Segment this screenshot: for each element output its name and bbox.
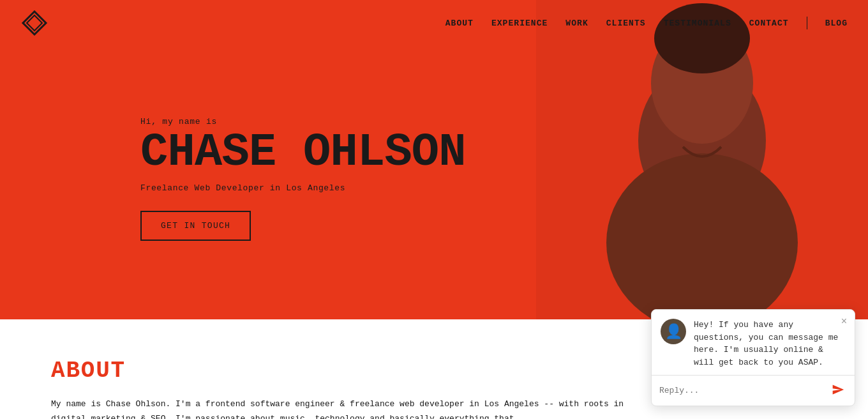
about-text: My name is Chase Ohlson. I'm a frontend … bbox=[51, 397, 625, 419]
chat-send-button[interactable] bbox=[829, 381, 847, 400]
send-icon bbox=[832, 383, 844, 396]
hero-subtitle: Freelance Web Developer in Los Angeles bbox=[140, 183, 466, 193]
nav-item-testimonials[interactable]: TESTIMONIALS bbox=[664, 17, 731, 29]
chat-header: Hey! If you have any questions, you can … bbox=[652, 310, 855, 375]
nav-link-work[interactable]: WORK bbox=[565, 19, 588, 28]
chat-reply-input[interactable] bbox=[659, 386, 829, 395]
chat-widget: Hey! If you have any questions, you can … bbox=[651, 309, 855, 406]
chat-avatar bbox=[661, 319, 686, 344]
chat-message: Hey! If you have any questions, you can … bbox=[694, 319, 846, 369]
hero-section: Hi, my name is CHASE OHLSON Freelance We… bbox=[0, 0, 868, 319]
chat-close-button[interactable]: × bbox=[841, 316, 847, 326]
nav-links: ABOUT EXPERIENCE WORK CLIENTS TESTIMONIA… bbox=[445, 17, 848, 29]
hero-name: CHASE OHLSON bbox=[140, 129, 466, 178]
nav-link-clients[interactable]: CLIENTS bbox=[606, 19, 646, 28]
nav-item-clients[interactable]: CLIENTS bbox=[606, 17, 646, 29]
nav-link-contact[interactable]: CONTACT bbox=[749, 19, 789, 28]
nav-item-contact[interactable]: CONTACT bbox=[749, 17, 789, 29]
chat-input-area bbox=[652, 375, 855, 406]
get-in-touch-button[interactable]: GET IN TOUCH bbox=[140, 211, 251, 241]
nav-item-work[interactable]: WORK bbox=[565, 17, 588, 29]
nav-divider bbox=[807, 17, 807, 29]
nav-link-experience[interactable]: EXPERIENCE bbox=[491, 19, 548, 28]
main-nav: ABOUT EXPERIENCE WORK CLIENTS TESTIMONIA… bbox=[0, 0, 868, 46]
nav-item-blog[interactable]: BLOG bbox=[825, 17, 848, 29]
nav-link-about[interactable]: ABOUT bbox=[445, 19, 474, 28]
nav-link-blog[interactable]: BLOG bbox=[825, 19, 848, 28]
nav-item-about[interactable]: ABOUT bbox=[445, 17, 474, 29]
site-logo[interactable] bbox=[20, 9, 49, 37]
hero-content: Hi, my name is CHASE OHLSON Freelance We… bbox=[0, 79, 466, 241]
person-silhouette bbox=[536, 0, 868, 319]
hero-intro-text: Hi, my name is bbox=[140, 117, 466, 126]
nav-item-experience[interactable]: EXPERIENCE bbox=[491, 17, 548, 29]
nav-link-testimonials[interactable]: TESTIMONIALS bbox=[664, 19, 731, 28]
